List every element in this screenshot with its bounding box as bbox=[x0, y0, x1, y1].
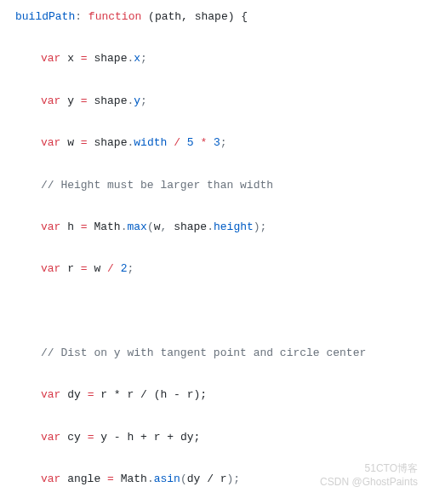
code-line: var r = w / 2; bbox=[5, 259, 423, 280]
code-line: var angle = Math.asin(dy / r); bbox=[5, 469, 423, 490]
code-line: var x = shape.x; bbox=[5, 49, 423, 70]
code-line: var cy = y - h + r + dy; bbox=[5, 427, 423, 449]
code-line: buildPath: function (path, shape) { bbox=[5, 7, 423, 28]
code-line: var dy = r * r / (h - r); bbox=[5, 385, 423, 406]
code-line: var h = Math.max(w, shape.height); bbox=[5, 217, 423, 238]
code-block: buildPath: function (path, shape) { var … bbox=[5, 7, 423, 504]
blank-line bbox=[5, 301, 423, 323]
code-line: var y = shape.y; bbox=[5, 91, 423, 112]
code-comment: // Height must be larger than width bbox=[5, 175, 423, 197]
code-comment: // Dist on y with tangent point and circ… bbox=[5, 343, 423, 364]
code-line: var w = shape.width / 5 * 3; bbox=[5, 133, 423, 154]
